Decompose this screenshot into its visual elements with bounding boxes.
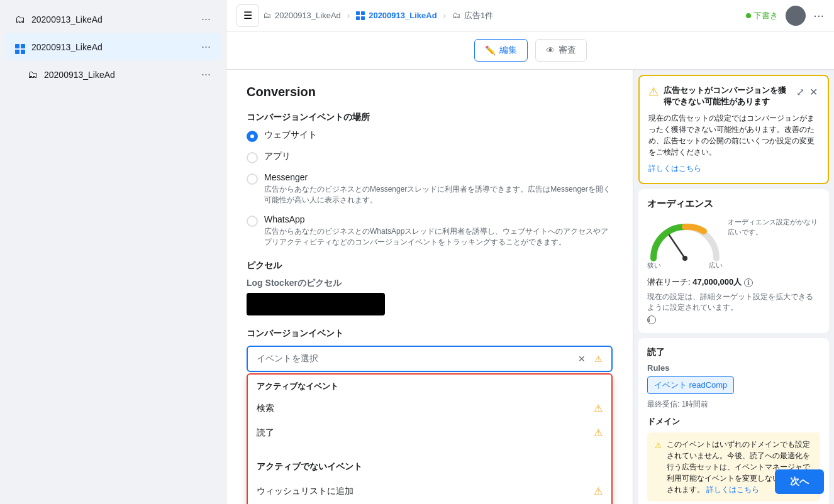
warning-body: 現在の広告セットの設定ではコンバージョンがまったく獲得できない可能性があります。… [648,112,819,158]
last-received: 最終受信: 1時間前 [647,399,820,410]
dropdown-item-wishlist[interactable]: ウィッシュリストに追加 ⚠ [248,479,611,503]
sidebar-item-1[interactable]: 🗂 20200913_LikeAd ··· [5,6,221,32]
warning-icon-read: ⚠ [594,427,603,439]
event-dropdown-input[interactable]: イベントを選択 ✕ ⚠ [247,346,613,372]
reach-info-icon[interactable]: ℹ [744,278,753,287]
domain-link[interactable]: 詳しくはこちら [706,485,759,494]
reach-label: 潜在リーチ: [647,277,692,287]
dropdown-item-search[interactable]: 検索 ⚠ [248,396,611,420]
pixel-group: ピクセル Log Stockerのピクセル [247,260,613,315]
close-icon[interactable]: ✕ [808,85,819,99]
radio-label-website: ウェブサイト [264,129,317,141]
top-nav: ☰ 🗂 20200913_LikeAd › 20200913_LikeAd › … [226,0,834,31]
content-area: Conversion コンバージョンイベントの場所 ウェブサイト [226,70,834,504]
rules-label: Rules [647,363,820,373]
event-dropdown-container: イベントを選択 ✕ ⚠ アクティブなイベント 検索 ⚠ [247,346,613,372]
radio-messenger[interactable]: Messenger 広告からあなたのビジネスとのMessengerスレッドに利用… [247,172,613,205]
expand-icon[interactable]: ⤢ [795,85,806,99]
inactive-section: アクティブでないイベント ウィッシュリストに追加 ⚠ カートに追加 ⚠ [248,455,611,504]
warning-icon-dropdown: ⚠ [594,354,603,364]
sidebar-dots-1[interactable]: ··· [201,13,211,26]
dropdown-item-wishlist-label: ウィッシュリストに追加 [257,486,353,497]
breadcrumb-item-1: 20200913_LikeAd [275,11,341,20]
warning-icon-search: ⚠ [594,402,603,414]
pixel-label: ピクセル [247,260,613,271]
sidebar-item-3[interactable]: 🗂 20200913_LikeAd ··· [5,62,221,87]
audience-card: オーディエンス [638,189,829,333]
breadcrumb-item-3: 広告1件 [464,10,493,21]
dropdown-item-read-label: 読了 [257,427,274,439]
audience-desc: オーディエンス設定がかなり広いです。 [728,217,820,237]
status-label: 下書き [753,10,778,21]
radio-label-app: アプリ [264,151,291,162]
sidebar-item-2[interactable]: 20200913_LikeAd ··· [5,33,221,60]
dropdown-item-search-label: 検索 [257,403,274,414]
sidebar-label-2: 20200913_LikeAd [31,42,103,52]
review-button[interactable]: 👁 審査 [535,39,587,62]
folder-icon-3: 🗂 [28,69,38,80]
radio-desc-messenger: 広告からあなたのビジネスとのMessengerスレッドに利用者を誘導できます。広… [264,184,613,205]
breadcrumb-ad-icon: 🗂 [452,11,460,20]
reach-info: 潜在リーチ: 47,000,000人 ℹ [647,277,820,288]
radio-circle-messenger [247,173,258,185]
warning-card-header: ⚠ 広告セットがコンバージョンを獲得できない可能性があります ⤢ ✕ [648,85,819,107]
sidebar-dots-2[interactable]: ··· [201,40,211,53]
event-tag: イベント readComp [647,376,734,394]
next-btn-container: 次へ [775,469,824,494]
active-events-header: アクティブなイベント [248,375,611,396]
breadcrumb: ☰ 🗂 20200913_LikeAd › 20200913_LikeAd › … [236,4,493,27]
status-badge: 下書き [746,10,778,21]
status-dot [746,13,751,18]
pixel-sub-label: Log Stockerのピクセル [247,278,613,289]
edit-button[interactable]: ✏️ 編集 [474,39,528,62]
radio-label-messenger: Messenger [264,172,613,182]
warning-title: 広告セットがコンバージョンを獲得できない可能性があります [664,85,790,107]
domain-warning-icon: ⚠ [655,440,662,495]
radio-circle-app [247,152,258,163]
svg-line-0 [669,235,685,258]
warning-link[interactable]: 詳しくはこちら [648,164,701,173]
read-label: 読了 [647,347,820,358]
gauge-labels: 狭い 広い [647,261,723,270]
warning-card: ⚠ 広告セットがコンバージョンを獲得できない可能性があります ⤢ ✕ 現在の広告… [638,75,829,184]
sidebar-dots-3[interactable]: ··· [201,68,211,81]
warning-icon-wishlist: ⚠ [594,485,603,497]
pencil-icon: ✏️ [485,45,496,55]
reach-desc-info-icon[interactable]: ℹ [647,315,656,324]
svg-point-1 [682,256,687,261]
right-panel: ⚠ 広告セットがコンバージョンを獲得できない可能性があります ⤢ ✕ 現在の広告… [633,70,834,504]
sidebar-label-3: 20200913_LikeAd [44,70,115,80]
conversion-location-group: コンバージョンイベントの場所 ウェブサイト アプリ [247,112,613,248]
section-title: Conversion [247,85,613,99]
gauge-narrow-label: 狭い [647,261,661,270]
radio-whatsapp[interactable]: WhatsApp 広告からあなたのビジネスとのWhatsAppスレッドに利用者を… [247,214,613,248]
toggle-sidebar-button[interactable]: ☰ [236,4,259,27]
edit-label: 編集 [499,45,517,56]
radio-website[interactable]: ウェブサイト [247,129,613,142]
avatar [786,6,806,26]
sidebar: 🗂 20200913_LikeAd ··· 20200913_LikeAd ··… [0,0,226,504]
breadcrumb-item-2: 20200913_LikeAd [369,11,436,20]
inactive-events-header: アクティブでないイベント [248,455,611,479]
radio-app[interactable]: アプリ [247,151,613,163]
clear-icon[interactable]: ✕ [578,354,586,364]
radio-label-whatsapp: WhatsApp [264,214,613,224]
event-dropdown-list: アクティブなイベント 検索 ⚠ 読了 ⚠ アクティブでない [247,373,613,504]
radio-circle-website [247,131,258,142]
campaign-icon-2 [15,40,25,54]
breadcrumb-sep-2: › [443,11,446,20]
eye-icon: 👁 [546,45,555,55]
domain-title: ドメイン [647,416,820,427]
main-content: ☰ 🗂 20200913_LikeAd › 20200913_LikeAd › … [226,0,834,504]
sidebar-label-1: 20200913_LikeAd [31,14,103,25]
conversion-location-label: コンバージョンイベントの場所 [247,112,613,123]
next-button[interactable]: 次へ [775,469,824,494]
gauge-broad-label: 広い [709,261,723,270]
more-options-button[interactable]: ··· [813,8,824,23]
reach-desc: 現在の設定は、詳細ターゲット設定を拡大できるように設定されています。 [647,292,820,313]
warning-triangle-icon: ⚠ [648,85,659,99]
action-bar: ✏️ 編集 👁 審査 [226,31,834,70]
radio-circle-whatsapp [247,216,258,227]
dropdown-item-read[interactable]: 読了 ⚠ [248,420,611,445]
conversion-event-group: コンバージョンイベント イベントを選択 ✕ ⚠ アクティブなイベント [247,328,613,372]
